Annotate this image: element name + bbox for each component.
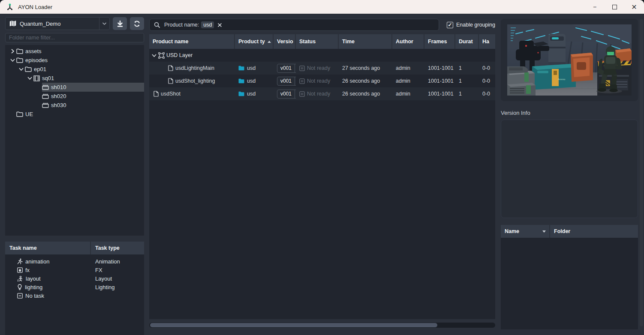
col-author[interactable]: Author <box>392 34 424 49</box>
layout-icon <box>17 276 23 281</box>
status-not-ready-icon <box>299 66 305 71</box>
minimize-button[interactable]: − <box>585 0 605 14</box>
col-product-name[interactable]: Product name <box>149 34 235 49</box>
col-status[interactable]: Status <box>296 34 339 49</box>
close-button[interactable]: ✕ <box>624 0 644 14</box>
version-select[interactable]: v001 <box>277 77 296 86</box>
author-cell: admin <box>392 62 424 75</box>
tree-item-assets[interactable]: assets <box>5 47 144 56</box>
product-type: usd <box>247 78 256 84</box>
checkbox-checked-icon: ✓ <box>447 22 453 28</box>
product-row-usdLightingMain[interactable]: usdLightingMain usd v001 Not ready 27 se <box>149 62 495 75</box>
task-row-no-task[interactable]: No task <box>5 291 144 300</box>
product-name: usdLightingMain <box>175 65 214 71</box>
version-info-label: Version Info <box>501 110 638 116</box>
task-row-lighting[interactable]: lighting Lighting <box>5 283 144 291</box>
product-row-usdShot[interactable]: usdShot usd v001 Not ready 26 seconds ag <box>149 87 495 100</box>
version-value: v001 <box>277 78 295 84</box>
fx-icon <box>17 267 23 273</box>
document-icon <box>168 78 173 84</box>
status-not-ready-icon <box>299 91 305 97</box>
project-select[interactable]: Quantum_Demo <box>5 17 110 30</box>
folder-icon <box>16 57 23 63</box>
ayon-logo-icon <box>6 3 14 11</box>
representations-table: Name Folder <box>501 225 638 329</box>
product-type: usd <box>247 65 256 71</box>
duration-cell: 1 <box>455 75 479 87</box>
handles-cell: 0-0 <box>479 87 495 100</box>
document-icon <box>168 65 173 71</box>
tree-item-sh030[interactable]: sh030 <box>5 101 144 110</box>
representations-body <box>501 238 638 329</box>
remove-filter-icon[interactable] <box>218 23 222 27</box>
thumbnail-panel: Ammo <box>501 19 638 101</box>
author-cell: admin <box>392 87 424 100</box>
product-type-folder-icon <box>238 66 244 71</box>
arrow-down-icon <box>117 21 123 27</box>
group-row-usd-layer[interactable]: USD Layer <box>149 49 495 62</box>
task-row-layout[interactable]: layout Layout <box>5 274 144 283</box>
col-version[interactable]: Versio <box>274 34 296 49</box>
col-frames[interactable]: Frames <box>424 34 455 49</box>
tree-item-ep01[interactable]: ep01 <box>5 65 144 74</box>
rep-name-header[interactable]: Name <box>501 225 550 238</box>
product-table-header: Product name Product ty Versio Status Ti… <box>149 34 495 49</box>
status-text: Not ready <box>307 65 330 71</box>
go-to-current-context-button[interactable] <box>113 17 127 30</box>
duration-cell: 1 <box>455 62 479 75</box>
group-icon <box>158 52 165 59</box>
col-time[interactable]: Time <box>339 34 392 49</box>
horizontal-scrollbar[interactable] <box>149 323 495 328</box>
tree-label: sq01 <box>42 75 54 81</box>
sort-descending-icon <box>542 230 546 233</box>
task-type: Lighting <box>91 284 144 290</box>
maximize-button[interactable] <box>605 0 624 14</box>
product-type-folder-icon <box>238 78 244 84</box>
tree-item-sh020[interactable]: sh020 <box>5 92 144 101</box>
product-row-usdShot_lighting[interactable]: usdShot_lighting usd v001 Not ready 26 s <box>149 75 495 87</box>
folder-filter-input[interactable] <box>5 33 144 42</box>
folder-icon <box>16 111 23 117</box>
folder-icon <box>25 66 32 72</box>
enable-grouping-checkbox[interactable]: ✓ Enable grouping <box>447 22 495 28</box>
version-select[interactable]: v001 <box>277 64 296 73</box>
time-cell: 26 seconds ago <box>339 87 392 100</box>
rep-folder-header[interactable]: Folder <box>550 225 638 238</box>
document-icon <box>153 91 159 97</box>
tree-item-episodes[interactable]: episodes <box>5 56 144 65</box>
version-info-box <box>501 120 638 218</box>
chevron-down-icon <box>10 59 15 62</box>
product-search-field[interactable]: Product name: usd <box>149 19 439 31</box>
task-name-header[interactable]: Task name <box>5 242 91 254</box>
tree-label: sh030 <box>51 102 66 108</box>
tree-item-ue[interactable]: UE <box>5 110 144 119</box>
ayon-loader-window: AYON Loader − ✕ Quantum_Demo <box>0 0 644 335</box>
task-row-fx[interactable]: fx FX <box>5 266 144 274</box>
task-type: Animation <box>91 258 144 265</box>
status-not-ready-icon <box>299 78 305 84</box>
task-row-animation[interactable]: animation Animation <box>5 257 144 266</box>
product-type-folder-icon <box>238 91 244 96</box>
tree-label: episodes <box>25 57 48 63</box>
tree-item-sq01[interactable]: sq01 <box>5 74 144 83</box>
chevron-right-icon <box>11 49 14 54</box>
col-handles[interactable]: Ha <box>479 34 495 49</box>
search-filter-chip[interactable]: Product name: usd <box>164 21 222 28</box>
no-task-icon <box>17 293 23 299</box>
tree-label: sh020 <box>51 93 66 99</box>
col-duration[interactable]: Durat <box>455 34 479 49</box>
version-value: v001 <box>277 91 295 97</box>
tree-item-sh010[interactable]: sh010 <box>5 83 144 92</box>
col-product-type[interactable]: Product ty <box>235 34 274 49</box>
refresh-button[interactable] <box>130 17 144 30</box>
task-name: No task <box>25 293 44 299</box>
frames-cell: 1001-1001 <box>424 75 455 87</box>
svg-text:Ammo: Ammo <box>558 78 566 81</box>
status-text: Not ready <box>307 78 330 84</box>
tree-label: sh010 <box>51 84 66 90</box>
scrollbar-thumb[interactable] <box>150 323 437 327</box>
refresh-icon <box>134 21 140 27</box>
task-type-header[interactable]: Task type <box>91 242 144 254</box>
version-select[interactable]: v001 <box>277 90 296 99</box>
shot-icon <box>42 84 49 90</box>
